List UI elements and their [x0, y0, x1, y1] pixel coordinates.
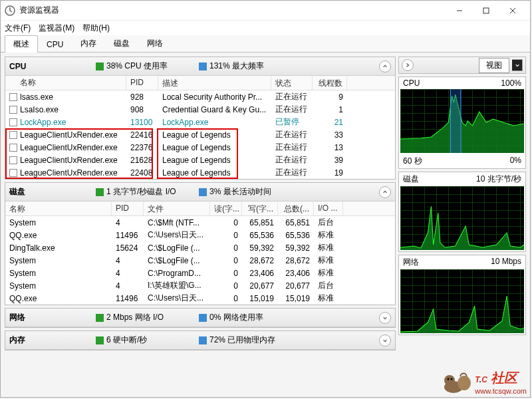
expand-icon[interactable]: [379, 312, 391, 324]
net-usage: 0% 网络使用率: [209, 312, 263, 323]
svg-rect-1: [483, 8, 489, 13]
table-row[interactable]: DingTalk.exe15624C:\$LogFile (...059,392…: [5, 241, 395, 254]
checkbox[interactable]: [9, 169, 17, 177]
table-row[interactable]: System4C:\$Mft (NTF...065,85165,851后台: [5, 216, 395, 229]
cpu-panel-header[interactable]: CPU 38% CPU 使用率 131% 最大频率: [5, 57, 395, 76]
view-dropdown-icon[interactable]: [512, 59, 523, 71]
arrow-right-icon[interactable]: [402, 59, 414, 71]
cpu-panel: CPU 38% CPU 使用率 131% 最大频率 名称 PID 描述 状态 线…: [5, 57, 396, 180]
tab-network[interactable]: 网络: [138, 35, 172, 52]
window-title: 资源监视器: [19, 5, 446, 16]
disk-table-header: 名称 PID 文件 读(字... 写(字... 总数(... I/O ...: [5, 201, 395, 216]
disk-active: 3% 最长活动时间: [209, 186, 271, 198]
cpu-table-header: 名称 PID 描述 状态 线程数: [5, 76, 395, 90]
network-graph: 网络10 Mbps: [398, 255, 526, 335]
tabbar: 概述 CPU 内存 磁盘 网络: [1, 35, 530, 53]
close-button[interactable]: [499, 1, 526, 20]
minimize-button[interactable]: [446, 1, 473, 20]
disk-panel-header[interactable]: 磁盘 1 兆字节/秒磁盘 I/O 3% 最长活动时间: [5, 183, 395, 201]
green-square-icon: [96, 188, 104, 196]
checkbox[interactable]: [9, 106, 17, 114]
view-button[interactable]: 视图: [479, 58, 509, 73]
table-row[interactable]: LeagueClientUxRender.exe22416League of L…: [5, 128, 395, 141]
expand-icon[interactable]: [379, 334, 391, 346]
checkbox[interactable]: [9, 144, 17, 152]
table-row[interactable]: LockApp.exe13100LockApp.exe已暂停21: [5, 116, 395, 128]
mem-used: 72% 已用物理内存: [209, 334, 275, 346]
tab-memory[interactable]: 内存: [72, 35, 105, 52]
green-square-icon: [96, 63, 104, 70]
table-row[interactable]: LsaIso.exe908Credential Guard & Key Gu..…: [5, 103, 395, 116]
app-icon: [5, 5, 15, 16]
tab-disk[interactable]: 磁盘: [105, 35, 138, 52]
cpu-usage: 38% CPU 使用率: [106, 61, 168, 72]
disk-io: 1 兆字节/秒磁盘 I/O: [106, 186, 176, 198]
table-row[interactable]: System4I:\英雄联盟\G...020,67720,677后台: [5, 279, 395, 292]
network-panel-header[interactable]: 网络 2 Mbps 网络 I/O 0% 网络使用率: [5, 309, 395, 327]
checkbox[interactable]: [9, 118, 17, 126]
disk-panel: 磁盘 1 兆字节/秒磁盘 I/O 3% 最长活动时间 名称 PID 文件 读(字…: [5, 182, 396, 305]
cpu-freq: 131% 最大频率: [209, 61, 264, 72]
memory-panel-header[interactable]: 内存 6 硬中断/秒 72% 已用物理内存: [5, 331, 395, 350]
collapse-icon[interactable]: [379, 186, 391, 198]
table-row[interactable]: LeagueClientUxRender.exe22408League of L…: [5, 166, 395, 179]
svg-rect-2: [450, 89, 461, 153]
blue-square-icon: [199, 63, 207, 70]
disk-graph: 磁盘10 兆字节/秒: [398, 172, 526, 252]
blue-square-icon: [199, 188, 207, 196]
memory-panel: 内存 6 硬中断/秒 72% 已用物理内存: [5, 331, 396, 350]
tab-cpu[interactable]: CPU: [38, 37, 72, 52]
titlebar: 资源监视器: [1, 1, 530, 21]
blue-square-icon: [199, 314, 207, 322]
tab-overview[interactable]: 概述: [5, 35, 38, 53]
menu-monitor[interactable]: 监视器(M): [39, 23, 74, 34]
menubar: 文件(F) 监视器(M) 帮助(H): [1, 21, 530, 35]
disk-panel-title: 磁盘: [9, 186, 89, 198]
maximize-button[interactable]: [473, 1, 499, 20]
checkbox[interactable]: [9, 93, 17, 101]
table-row[interactable]: QQ.exe11496C:\Users\日天...015,01915,019标准: [5, 292, 395, 305]
table-row[interactable]: lsass.exe928Local Security Authority Pr.…: [5, 90, 395, 103]
network-panel: 网络 2 Mbps 网络 I/O 0% 网络使用率: [5, 308, 396, 328]
graph-toolbar: 视图: [398, 57, 526, 74]
menu-help[interactable]: 帮助(H): [82, 23, 110, 34]
mem-faults: 6 硬中断/秒: [106, 334, 147, 346]
table-row[interactable]: System4C:\ProgramD...023,40623,406标准: [5, 267, 395, 279]
checkbox[interactable]: [9, 131, 17, 139]
table-row[interactable]: LeagueClientUxRender.exe22376League of L…: [5, 141, 395, 154]
memory-panel-title: 内存: [9, 334, 89, 346]
menu-file[interactable]: 文件(F): [5, 23, 31, 34]
net-io: 2 Mbps 网络 I/O: [106, 312, 164, 323]
blue-square-icon: [199, 336, 207, 344]
table-row[interactable]: QQ.exe11496C:\Users\日天...065,53665,536标准: [5, 229, 395, 241]
checkbox[interactable]: [9, 156, 17, 164]
network-panel-title: 网络: [9, 312, 89, 323]
table-row[interactable]: System4C:\$LogFile (...028,67228,672标准: [5, 254, 395, 267]
collapse-icon[interactable]: [379, 61, 391, 72]
cpu-graph: CPU100% 60 秒0%: [398, 76, 526, 169]
cpu-panel-title: CPU: [9, 62, 89, 71]
green-square-icon: [96, 336, 104, 344]
table-row[interactable]: LeagueClientUxRender.exe21628League of L…: [5, 154, 395, 166]
green-square-icon: [96, 314, 104, 322]
